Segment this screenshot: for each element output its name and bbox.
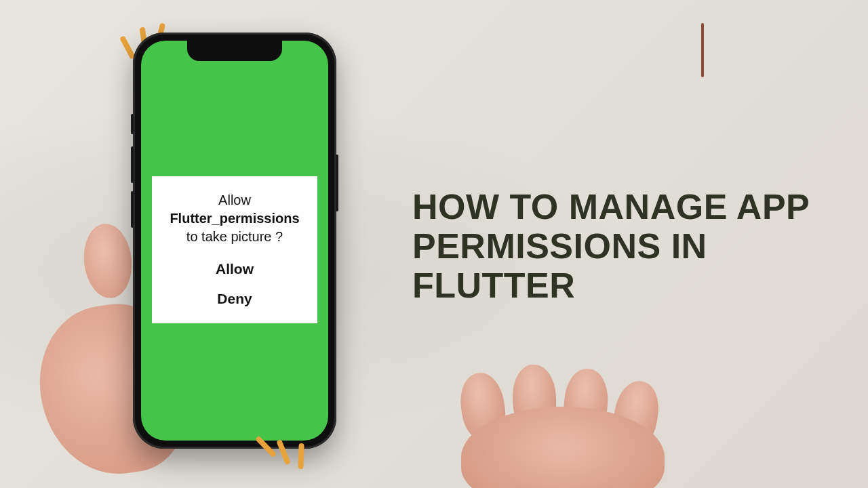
burst-decoration-bottom — [260, 428, 328, 488]
phone-notch — [187, 41, 282, 61]
permission-dialog: Allow Flutter_permissions to take pictur… — [152, 176, 317, 323]
dialog-text-line1: Allow — [161, 191, 308, 209]
dialog-app-name: Flutter_permissions — [161, 209, 308, 228]
page-title: HOW TO MANAGE APP PERMISSIONS IN FLUTTER — [412, 187, 827, 306]
accent-line — [701, 23, 704, 77]
allow-button[interactable]: Allow — [161, 261, 308, 277]
dialog-text-line3: to take picture ? — [161, 228, 308, 246]
hand-illustration-right — [434, 380, 705, 488]
phone-mockup: Allow Flutter_permissions to take pictur… — [133, 33, 336, 449]
deny-button[interactable]: Deny — [161, 291, 308, 307]
phone-screen: Allow Flutter_permissions to take pictur… — [141, 41, 328, 441]
